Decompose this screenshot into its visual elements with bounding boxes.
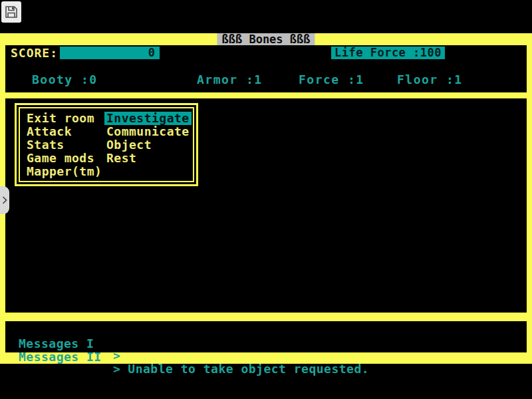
hud-panel: SCORE: 0 Life Force :100 Booty :0 Armor … [5,45,527,92]
top-bar [0,0,532,33]
messages-2-text: Unable to take object requested. [128,362,369,376]
drawer-toggle[interactable] [0,186,9,214]
screen: { "window": { "title": "ßßß Bones ßßß" }… [0,0,532,399]
chevron-right-icon [2,196,7,205]
menu-item-mapper[interactable]: Mapper(tm) [27,165,102,178]
messages-line-2: Messages II >Unable to take object reque… [5,339,527,351]
score-bar: 0 [60,47,160,59]
stat-booty: Booty :0 [32,73,98,86]
messages-1-content: > [113,350,128,362]
stat-armor: Armor :1 [197,73,263,86]
messages-2-prompt: > [113,362,120,376]
life-force-badge: Life Force :100 [331,47,445,59]
stat-force: Force :1 [299,73,364,86]
menu-column-right: Investigate Communicate Object Rest [106,112,192,165]
menu-item-communicate[interactable]: Communicate [106,125,192,138]
messages-line-1: Messages I > [5,326,527,338]
menu-item-object[interactable]: Object [106,138,192,152]
game-frame: ßßß Bones ßßß SCORE: 0 Life Force :100 B… [0,33,532,364]
messages-2-label: Messages II [19,351,102,363]
menu-item-rest[interactable]: Rest [106,152,192,165]
menu-item-game-mods[interactable]: Game mods [27,152,102,165]
menu-item-stats[interactable]: Stats [27,138,102,152]
floppy-save-icon [4,5,19,19]
main-panel: Exit room Attack Stats Game mods Mapper(… [5,98,527,313]
menu-inner-border: Exit room Attack Stats Game mods Mapper(… [19,107,194,182]
stat-floor: Floor :1 [397,73,463,86]
score-label: SCORE: [11,47,58,59]
menu-item-investigate[interactable]: Investigate [104,112,192,125]
menu-item-attack[interactable]: Attack [27,125,102,138]
messages-panel: Messages I > Messages II >Unable to take… [5,321,527,352]
menu-item-exit-room[interactable]: Exit room [27,112,102,125]
menu-column-left: Exit room Attack Stats Game mods Mapper(… [27,112,102,178]
messages-2-content: >Unable to take object requested. [113,363,369,375]
score-value: 0 [148,46,155,59]
game-title: ßßß Bones ßßß [217,33,315,45]
save-button[interactable] [1,1,21,23]
menu-box: Exit room Attack Stats Game mods Mapper(… [15,103,198,186]
